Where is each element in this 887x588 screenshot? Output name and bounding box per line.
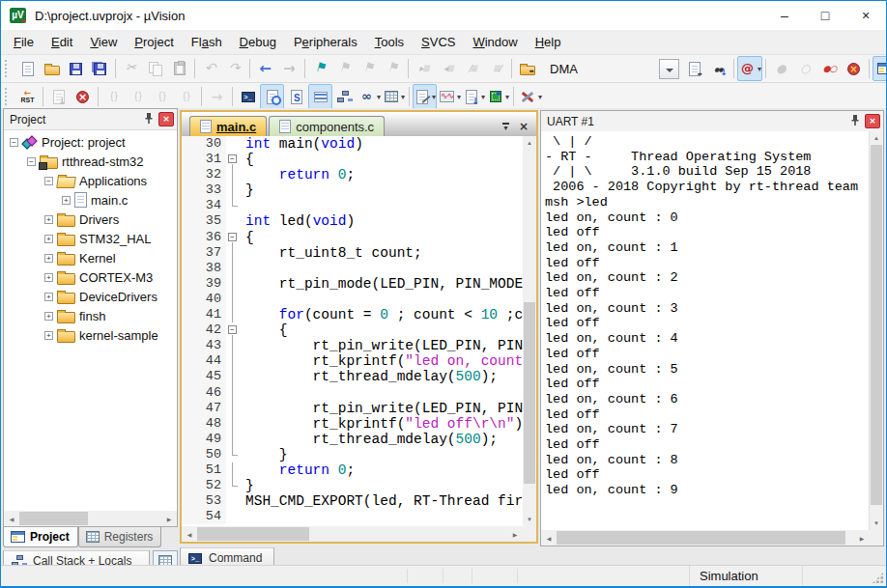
fold-collapse-icon[interactable]: − [228,233,237,241]
tree-expander-icon[interactable]: − [10,138,18,147]
watch-windows-button[interactable]: ▾ [357,84,382,109]
uncomment-selection-button[interactable] [484,56,508,81]
tree-expander-icon[interactable]: − [27,157,36,166]
outdent-button[interactable] [436,56,460,81]
scroll-up-icon[interactable]: ▲ [523,136,536,150]
maximize-button[interactable]: □ [805,1,845,30]
dropdown-caret-icon[interactable]: ▾ [505,93,509,101]
scroll-right-icon[interactable]: ▶ [854,530,870,546]
navigate-forward-button[interactable] [277,56,301,81]
tree-item-cortex-m3[interactable]: +CORTEX-M3 [4,267,177,287]
find-in-files-button[interactable] [682,56,706,81]
find-in-files-folder-button[interactable] [515,56,539,81]
close-icon[interactable]: × [158,112,174,126]
tree-item-kernel[interactable]: +Kernel [4,248,177,267]
editor-tab-components-c[interactable]: components.c [269,116,385,136]
fold-column[interactable]: − [226,322,240,338]
scroll-up-icon[interactable]: ▲ [870,131,883,145]
menu-window[interactable]: Window [464,30,526,54]
scroll-left-icon[interactable]: ◀ [4,511,19,526]
analysis-windows-button[interactable]: ▾ [437,84,462,109]
window-list-icon[interactable]: ▼ [502,123,509,130]
memory-windows-button[interactable]: ▾ [382,84,406,109]
step-into-button[interactable] [101,84,126,109]
enable-disable-breakpoint-button[interactable] [793,56,817,81]
toolbar-grip[interactable] [5,88,12,105]
menu-project[interactable]: Project [126,30,182,54]
menu-edit[interactable]: Edit [43,30,81,54]
project-hscrollbar[interactable]: ◀▶ [4,511,177,526]
serial-window-button[interactable] [308,84,332,109]
dropdown-caret-icon[interactable]: ▾ [758,65,761,73]
serial-windows-button[interactable]: ▾ [413,84,437,109]
dropdown-caret-icon[interactable]: ▾ [457,93,461,101]
editor-tab-main-c[interactable]: main.c [189,116,267,136]
editor-hscrollbar[interactable]: ◀▶ [182,526,523,542]
redo-button[interactable] [222,56,246,81]
uart-hscrollbar[interactable]: ◀▶ [541,530,870,546]
symbols-window-button[interactable] [284,84,308,109]
scroll-track[interactable] [557,530,854,546]
pin-icon[interactable] [847,115,862,128]
dropdown-caret-icon[interactable]: ▾ [401,93,405,101]
scroll-track[interactable] [523,150,536,513]
minimize-button[interactable]: – [764,1,805,30]
run-button[interactable] [205,84,229,109]
scroll-right-icon[interactable]: ▶ [507,526,523,542]
next-bookmark-button[interactable] [332,56,357,81]
close-document-icon[interactable]: × [519,121,529,132]
toolbar-grip[interactable] [5,60,12,77]
editor-vscrollbar[interactable]: ▲▼ [523,136,536,526]
close-button[interactable]: × [845,1,886,30]
menu-help[interactable]: Help [527,30,570,54]
open-file-button[interactable] [40,56,64,81]
tree-item-drivers[interactable]: +Drivers [4,210,177,229]
trace-windows-button[interactable]: ▾ [462,84,486,109]
save-all-button[interactable] [88,56,112,81]
scroll-down-icon[interactable]: ▼ [870,517,883,530]
menu-debug[interactable]: Debug [231,30,285,54]
dropdown-caret-icon[interactable]: ▾ [377,93,381,101]
resize-grip[interactable] [872,572,884,584]
fold-collapse-icon[interactable]: − [228,325,237,334]
combo-dropdown-icon[interactable] [659,59,679,79]
code-area[interactable]: 30int main(void)31−{32 return 0;33}3435i… [182,136,523,526]
close-icon[interactable]: × [865,114,880,128]
command-window-button[interactable] [236,84,260,109]
indent-button[interactable] [412,56,436,81]
tree-expander-icon[interactable]: + [44,254,53,263]
dropdown-caret-icon[interactable]: ▾ [432,93,436,101]
scroll-thumb[interactable] [871,145,882,505]
disable-all-breakpoints-button[interactable] [817,56,842,81]
kill-all-breakpoints-button[interactable] [842,56,866,81]
toggle-bookmark-button[interactable] [308,56,332,81]
tree-expander-icon[interactable]: + [44,215,53,224]
fold-column[interactable]: − [226,152,240,167]
scroll-left-icon[interactable]: ◀ [541,530,557,546]
tree-item-project-project[interactable]: −Project: project [4,132,177,152]
quick-find-button[interactable]: ▾ [737,56,762,81]
system-viewer-button[interactable]: ▾ [486,84,510,109]
scroll-thumb[interactable] [524,302,535,484]
menu-view[interactable]: View [81,30,126,54]
scroll-thumb[interactable] [197,527,309,541]
pin-icon[interactable] [141,113,156,126]
scroll-track[interactable] [870,145,883,517]
new-file-button[interactable] [15,56,40,81]
stop-debug-session-button[interactable] [71,84,95,109]
menu-peripherals[interactable]: Peripherals [285,30,366,54]
scroll-down-icon[interactable]: ▼ [523,513,536,526]
previous-bookmark-button[interactable] [357,56,381,81]
undo-button[interactable] [198,56,222,81]
project-window-toggle-button[interactable] [873,56,887,81]
tree-item-main-c[interactable]: +main.c [4,190,177,210]
cut-button[interactable] [119,56,143,81]
menu-flash[interactable]: Flash [183,30,231,54]
tree-expander-icon[interactable]: + [44,331,53,340]
menu-svcs[interactable]: SVCS [413,30,464,54]
tree-expander-icon[interactable]: + [44,312,53,321]
tree-item-kernel-sample[interactable]: +kernel-sample [4,325,177,345]
step-over-button[interactable] [126,84,150,109]
incremental-find-button[interactable] [706,56,730,81]
tree-expander-icon[interactable]: + [44,293,53,301]
